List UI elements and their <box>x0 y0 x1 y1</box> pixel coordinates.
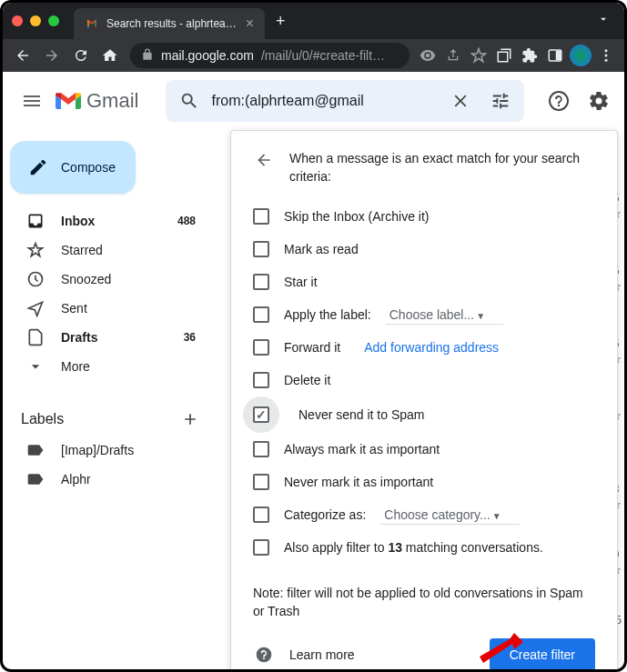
tab-dropdown-icon[interactable] <box>590 9 617 33</box>
option-label: Never mark it as important <box>284 475 433 489</box>
extensions-icon[interactable] <box>519 45 541 66</box>
category-select[interactable]: Choose category...▼ <box>380 506 519 525</box>
label-icon <box>26 441 45 459</box>
filter-note: Note: filter will not be applied to old … <box>253 584 595 620</box>
support-button[interactable] <box>541 83 577 119</box>
clear-search-button[interactable] <box>442 83 479 119</box>
filter-option-delete[interactable]: Delete it <box>253 364 595 396</box>
nav-label: Starred <box>61 243 103 257</box>
nav-label: Sent <box>61 301 87 316</box>
filter-option-star-it[interactable]: Star it <box>253 266 595 298</box>
nav-forward-button[interactable] <box>39 43 65 68</box>
option-label: Also apply filter to 13 matching convers… <box>284 540 543 555</box>
search-button[interactable] <box>171 83 207 119</box>
send-icon <box>26 299 45 317</box>
learn-more-link[interactable]: Learn more <box>289 647 355 662</box>
checkbox[interactable] <box>253 274 269 290</box>
sidebar-item-snoozed[interactable]: Snoozed <box>3 265 214 294</box>
svg-point-3 <box>605 55 608 57</box>
nav-reload-button[interactable] <box>68 43 94 68</box>
url-domain: mail.google.com <box>161 48 254 63</box>
checkbox[interactable] <box>253 507 269 523</box>
checkbox-checked[interactable] <box>253 406 269 423</box>
search-input[interactable] <box>211 93 439 109</box>
sidebar-item-starred[interactable]: Starred <box>3 236 214 265</box>
new-tab-button[interactable]: + <box>276 12 286 31</box>
panel-title: When a message is an exact match for you… <box>289 149 595 186</box>
tabs-icon[interactable] <box>493 45 515 66</box>
eye-icon[interactable] <box>417 45 439 66</box>
inbox-icon <box>26 212 45 230</box>
compose-button[interactable]: Compose <box>10 141 136 194</box>
filter-option-always-important[interactable]: Always mark it as important <box>253 433 595 466</box>
checkbox[interactable] <box>253 372 269 388</box>
window-close[interactable] <box>12 15 23 26</box>
gmail-favicon-icon <box>85 16 99 31</box>
checkbox[interactable] <box>253 474 269 490</box>
option-label: Always mark it as important <box>284 442 440 456</box>
url-bar[interactable]: mail.google.com/mail/u/0/#create-filt… <box>130 43 410 68</box>
filter-option-never-spam[interactable]: Never send it to Spam <box>253 396 595 433</box>
labels-header-text: Labels <box>21 411 64 427</box>
labels-header: Labels <box>3 403 214 436</box>
label-select[interactable]: Choose label...▼ <box>386 306 503 325</box>
window-maximize[interactable] <box>48 15 59 26</box>
help-icon <box>548 90 570 112</box>
filter-panel: When a message is an exact match for you… <box>230 130 618 672</box>
star-icon <box>26 241 45 259</box>
hamburger-icon <box>21 90 43 112</box>
settings-button[interactable] <box>581 83 617 119</box>
nav-label: [Imap]/Drafts <box>61 443 134 457</box>
gmail-logo[interactable]: Gmail <box>56 89 138 113</box>
filter-option-never-important[interactable]: Never mark it as important <box>253 466 595 498</box>
sidebar-item-sent[interactable]: Sent <box>3 294 214 323</box>
search-options-button[interactable] <box>482 83 519 119</box>
tab-title: Search results - alphrteam@… <box>106 17 238 30</box>
sidebar-item-inbox[interactable]: Inbox 488 <box>3 206 214 236</box>
option-label: Mark as read <box>284 242 359 256</box>
chevron-down-icon <box>26 357 45 376</box>
filter-option-also-apply[interactable]: Also apply filter to 13 matching convers… <box>253 531 595 564</box>
sidebar-label-alphr[interactable]: Alphr <box>3 465 214 494</box>
main-menu-button[interactable] <box>10 79 54 123</box>
bookmark-icon[interactable] <box>468 45 490 66</box>
add-label-button[interactable] <box>177 406 203 432</box>
checkbox[interactable] <box>253 441 269 457</box>
browser-tab[interactable]: Search results - alphrteam@… × <box>74 8 265 39</box>
window-minimize[interactable] <box>30 15 41 26</box>
nav-back-button[interactable] <box>10 43 35 68</box>
sidebar-label-imap-drafts[interactable]: [Imap]/Drafts <box>3 436 214 465</box>
filter-option-mark-read[interactable]: Mark as read <box>253 233 595 266</box>
create-filter-button[interactable]: Create filter <box>490 638 595 671</box>
checkbox[interactable] <box>253 241 269 257</box>
file-icon <box>26 328 45 346</box>
svg-point-2 <box>605 49 608 52</box>
nav-label: Drafts <box>61 330 97 345</box>
checkbox[interactable] <box>253 539 269 556</box>
filter-option-forward[interactable]: Forward it Add forwarding address <box>253 331 595 364</box>
filter-option-categorize[interactable]: Categorize as: Choose category...▼ <box>253 498 595 531</box>
panel-back-button[interactable] <box>253 149 275 171</box>
traffic-lights[interactable] <box>12 15 59 26</box>
checkbox[interactable] <box>253 339 269 356</box>
checkbox[interactable] <box>253 306 269 323</box>
profile-avatar[interactable] <box>570 45 592 66</box>
label-icon <box>26 470 45 488</box>
search-bar[interactable] <box>166 80 524 122</box>
sidebar-item-more[interactable]: More <box>3 352 214 381</box>
share-icon[interactable] <box>442 45 464 66</box>
option-label: Forward it <box>284 340 340 355</box>
filter-option-apply-label[interactable]: Apply the label: Choose label...▼ <box>253 298 595 331</box>
filter-option-skip-inbox[interactable]: Skip the Inbox (Archive it) <box>253 200 595 233</box>
add-forwarding-link[interactable]: Add forwarding address <box>364 340 499 355</box>
checkbox[interactable] <box>253 208 269 225</box>
tab-close-icon[interactable]: × <box>246 15 254 32</box>
browser-menu-icon[interactable] <box>595 45 617 66</box>
lock-icon <box>141 48 154 64</box>
help-button[interactable] <box>253 644 275 666</box>
sidepanel-icon[interactable] <box>544 45 566 66</box>
sidebar-item-drafts[interactable]: Drafts 36 <box>3 323 214 352</box>
nav-home-button[interactable] <box>97 43 123 68</box>
arrow-back-icon <box>255 151 273 169</box>
nav-label: Snoozed <box>61 272 111 286</box>
